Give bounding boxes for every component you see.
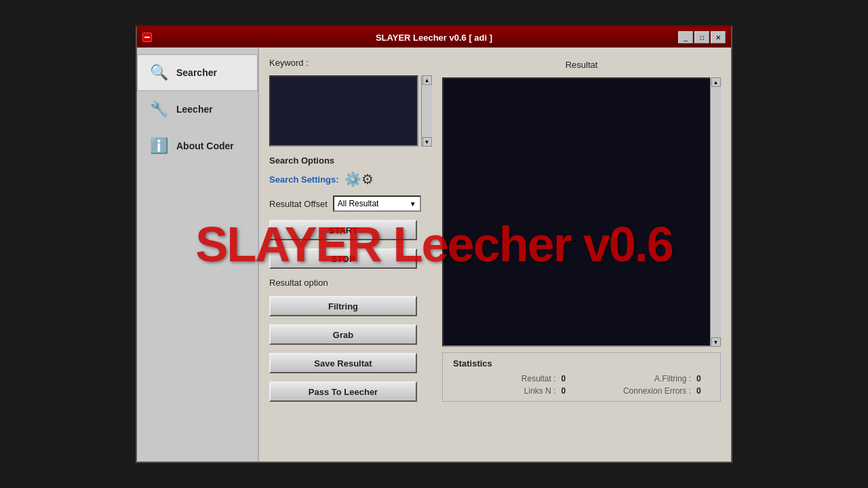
title-bar: SLAYER Leecher v0.6 [ adi ] _ □ ✕ [137,27,731,48]
dropdown-value: All Resultat [338,199,379,208]
chevron-down-icon: ▼ [410,200,416,208]
start-button[interactable]: START [269,220,417,240]
statistics-section: Statistics Resultat : 0 A.Filtring : 0 [442,352,721,402]
keyword-area: ▲ ▼ [269,75,432,147]
stat-linksn-value: 0 [561,386,575,396]
resultat-option-label: Resultat option [269,278,432,288]
grab-button[interactable]: Grab [269,324,417,345]
sidebar-label-searcher: Searcher [176,67,217,78]
stat-linksn-label: Links N : [524,386,556,396]
sidebar: 🔍 Searcher 🔧 Leecher ℹ️ About Coder [137,48,259,462]
search-settings-label: Search Settings: [269,174,339,185]
resultat-output-box [442,77,721,347]
stat-connexion-errors-label: Connexion Errors : [623,386,691,396]
resultat-scrollbar: ▲ ▼ [710,77,721,347]
app-icon [142,33,152,42]
gear-settings-icon[interactable]: ⚙️⚙ [344,171,374,187]
left-panel: Keyword : ▲ ▼ Search Options Search Sett… [269,58,432,402]
keyword-label: Keyword : [269,58,432,68]
window-title: SLAYER Leecher v0.6 [ adi ] [376,33,492,43]
maximize-button[interactable]: □ [694,31,709,43]
resultat-offset-dropdown[interactable]: All Resultat ▼ [333,195,421,212]
pass-to-leecher-button[interactable]: Pass To Leecher [269,381,417,402]
close-button[interactable]: ✕ [711,31,726,43]
resultat-scroll-up-arrow[interactable]: ▲ [711,77,721,87]
main-content: Keyword : ▲ ▼ Search Options Search Sett… [259,48,731,462]
statistics-title: Statistics [453,358,710,369]
keyword-scrollbar: ▲ ▼ [421,75,432,147]
stat-connexion-errors: Connexion Errors : 0 [589,386,711,396]
sidebar-label-leecher: Leecher [176,104,213,115]
resultat-offset-row: Resultat Offset All Resultat ▼ [269,195,432,212]
right-panel: Resultat ▲ ▼ Statistics [442,58,721,402]
search-options-title: Search Options [269,155,432,166]
info-icon: ℹ️ [148,135,170,157]
stat-resultat: Resultat : 0 [453,374,575,383]
statistics-grid: Resultat : 0 A.Filtring : 0 Links N : 0 [453,374,710,396]
wrench-icon: 🔧 [148,98,170,120]
stop-button[interactable]: STOP [269,248,417,269]
content-row: Keyword : ▲ ▼ Search Options Search Sett… [269,58,721,402]
sidebar-item-searcher[interactable]: 🔍 Searcher [137,54,258,91]
offset-label: Resultat Offset [269,199,328,209]
stat-resultat-value: 0 [561,374,575,383]
stat-afiltring-label: A.Filtring : [654,374,691,383]
stat-afiltring: A.Filtring : 0 [589,374,711,383]
sidebar-item-leecher[interactable]: 🔧 Leecher [137,91,258,128]
minimize-button[interactable]: _ [678,31,693,43]
sidebar-label-about-coder: About Coder [176,140,234,151]
save-resultat-button[interactable]: Save Resultat [269,353,417,373]
search-icon: 🔍 [148,62,170,83]
stat-connexion-errors-value: 0 [696,386,710,396]
search-settings-row: Search Settings: ⚙️⚙ [269,171,432,187]
resultat-area: ▲ ▼ [442,77,721,347]
main-window: SLAYER Leecher v0.6 [ adi ] _ □ ✕ 🔍 Sear… [136,25,732,463]
resultat-panel-label: Resultat [442,58,721,72]
stat-afiltring-value: 0 [696,374,710,383]
keyword-input-box[interactable] [269,75,418,147]
filtring-button[interactable]: Filtring [269,296,417,316]
scroll-up-arrow[interactable]: ▲ [422,75,432,85]
stat-resultat-label: Resultat : [521,374,556,383]
sidebar-item-about-coder[interactable]: ℹ️ About Coder [137,128,258,164]
window-body: 🔍 Searcher 🔧 Leecher ℹ️ About Coder Keyw… [137,48,731,462]
resultat-scroll-down-arrow[interactable]: ▼ [711,337,721,347]
scroll-down-arrow[interactable]: ▼ [422,137,432,147]
stat-linksn: Links N : 0 [453,386,575,396]
window-controls: _ □ ✕ [678,31,726,43]
